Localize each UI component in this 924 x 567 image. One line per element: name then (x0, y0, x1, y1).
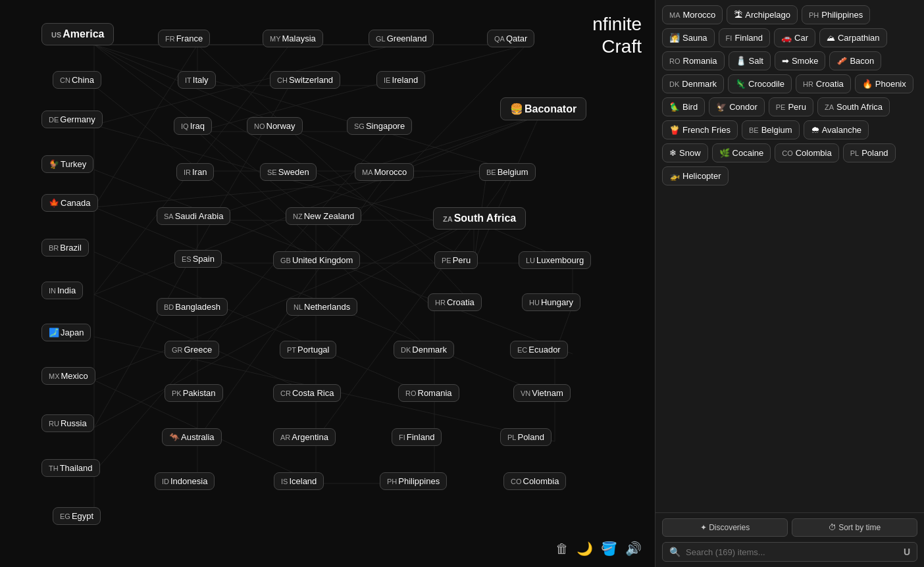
node-sa[interactable]: SASaudi Arabia (157, 207, 230, 225)
sidebar-item-0[interactable]: MAMorocco (662, 5, 723, 24)
sidebar-item-10[interactable]: 🥓Bacon (829, 51, 881, 70)
node-vn[interactable]: VNVietnam (513, 384, 571, 402)
node-ru[interactable]: RURussia (41, 414, 94, 432)
svg-line-31 (94, 45, 388, 171)
node-ph[interactable]: PHPhilippines (380, 472, 447, 490)
node-ca[interactable]: 🍁Canada (41, 194, 98, 212)
node-is[interactable]: ISIceland (274, 472, 324, 490)
toolbar: 🗑 🌙 🪣 🔊 (555, 541, 642, 556)
sidebar-item-7[interactable]: RORomania (662, 51, 725, 70)
node-co[interactable]: COColombia (503, 472, 566, 490)
node-iq[interactable]: IQIraq (174, 117, 212, 135)
sidebar-item-14[interactable]: 🔥Phoenix (855, 74, 913, 93)
search-icon: 🔍 (669, 547, 680, 557)
sidebar-item-3[interactable]: 🧖Sauna (662, 28, 715, 47)
node-in[interactable]: INIndia (41, 282, 83, 299)
sidebar-item-21[interactable]: 🌨Avalanche (804, 120, 869, 139)
sidebar-item-4[interactable]: FIFinland (719, 28, 770, 47)
delete-button[interactable]: 🗑 (555, 541, 569, 556)
sidebar-item-13[interactable]: HRCroatia (796, 74, 851, 93)
svg-line-41 (474, 115, 540, 263)
node-us[interactable]: USAmerica (41, 23, 114, 45)
sound-button[interactable]: 🔊 (625, 541, 642, 556)
sidebar-item-16[interactable]: 🦅Condor (709, 97, 765, 116)
sort-button[interactable]: ⏱ Sort by time (792, 518, 917, 537)
node-ma[interactable]: MAMorocco (355, 163, 414, 181)
node-hu[interactable]: HUHungary (522, 293, 580, 311)
node-jp[interactable]: 🗾Japan (41, 324, 91, 341)
node-es[interactable]: ESSpain (174, 250, 222, 268)
node-bd[interactable]: BDBangladesh (157, 298, 228, 316)
search-bar: 🔍 U (662, 542, 917, 562)
node-no[interactable]: NONorway (247, 117, 303, 135)
sidebar-item-17[interactable]: PEPeru (769, 97, 813, 116)
node-my[interactable]: MYMalaysia (263, 30, 323, 47)
node-gl[interactable]: GLGreenland (369, 30, 434, 47)
sidebar-items-list: MAMorocco🏝ArchipelagoPHPhilippines🧖Sauna… (655, 0, 924, 512)
sidebar-item-19[interactable]: 🍟French Fries (662, 120, 738, 139)
node-cn[interactable]: CNChina (53, 71, 101, 89)
sidebar-item-26[interactable]: 🚁Helicopter (662, 166, 729, 185)
sidebar-footer: ✦ Discoveries ⏱ Sort by time 🔍 U (655, 512, 924, 567)
brush-button[interactable]: 🪣 (601, 541, 617, 556)
sidebar-item-8[interactable]: 🧂Salt (729, 51, 771, 70)
node-dk[interactable]: DKDenmark (394, 341, 454, 358)
discoveries-button[interactable]: ✦ Discoveries (662, 518, 788, 537)
sidebar-item-22[interactable]: ❄Snow (662, 143, 708, 162)
node-hr[interactable]: HRCroatia (428, 293, 482, 311)
node-pt[interactable]: PTPortugal (280, 341, 336, 358)
node-pk[interactable]: PKPakistan (165, 384, 223, 402)
node-ar[interactable]: ARArgentina (273, 428, 336, 446)
node-pe[interactable]: PEPeru (434, 251, 478, 269)
node-tr[interactable]: 🐓Turkey (41, 155, 93, 173)
node-qa[interactable]: QAQatar (487, 30, 534, 47)
node-sg[interactable]: SGSingapore (347, 117, 412, 135)
node-mx[interactable]: MXMexico (41, 367, 95, 385)
node-ie[interactable]: IEIreland (376, 71, 425, 89)
node-za[interactable]: ZASouth Africa (433, 207, 526, 230)
sidebar-item-24[interactable]: COColombia (775, 143, 838, 162)
node-ch[interactable]: CHSwitzerland (270, 71, 340, 89)
sidebar-item-5[interactable]: 🚗Car (774, 28, 815, 47)
node-de[interactable]: DEGermany (41, 111, 103, 128)
node-au[interactable]: 🦘Australia (162, 428, 222, 446)
svg-line-77 (94, 252, 434, 398)
node-nl[interactable]: NLNetherlands (286, 298, 357, 316)
search-input[interactable] (686, 547, 898, 557)
node-fr[interactable]: FRFrance (158, 30, 210, 47)
node-eg[interactable]: EGEgypt (53, 507, 101, 525)
node-se[interactable]: SESweden (260, 163, 317, 181)
sidebar-item-1[interactable]: 🏝Archipelago (727, 5, 798, 24)
svg-line-35 (94, 45, 395, 125)
node-ir[interactable]: IRIran (176, 163, 214, 181)
sidebar-item-6[interactable]: ⛰Carpathian (819, 28, 887, 47)
sidebar-item-2[interactable]: PHPhilippines (802, 5, 870, 24)
node-pl[interactable]: PLPoland (500, 428, 552, 446)
footer-buttons: ✦ Discoveries ⏱ Sort by time (662, 518, 917, 537)
sidebar-item-11[interactable]: DKDenmark (662, 74, 724, 93)
node-it[interactable]: ITItaly (178, 71, 216, 89)
node-th[interactable]: THThailand (41, 459, 100, 477)
node-be[interactable]: BEBelgium (479, 163, 536, 181)
node-ec[interactable]: ECEcuador (510, 341, 568, 358)
node-br[interactable]: BRBrazil (41, 239, 89, 257)
sidebar-item-20[interactable]: BEBelgium (742, 120, 800, 139)
dark-mode-button[interactable]: 🌙 (577, 541, 593, 556)
sidebar-item-15[interactable]: 🦜Bird (662, 97, 705, 116)
node-id[interactable]: IDIndonesia (155, 472, 215, 490)
node-gb[interactable]: GBUnited Kingdom (273, 251, 360, 269)
sidebar: MAMorocco🏝ArchipelagoPHPhilippines🧖Sauna… (655, 0, 924, 567)
node-cr[interactable]: CRCosta Rica (273, 384, 341, 402)
node-baconator[interactable]: 🍔Baconator (500, 97, 586, 120)
node-ro[interactable]: RORomania (398, 384, 459, 402)
node-gr[interactable]: GRGreece (165, 341, 219, 358)
sidebar-item-12[interactable]: 🦎Crocodile (728, 74, 792, 93)
node-nz[interactable]: NZNew Zealand (286, 207, 361, 225)
node-fi[interactable]: FIFinland (392, 428, 442, 446)
sidebar-item-23[interactable]: 🌿Cocaine (712, 143, 771, 162)
sidebar-item-9[interactable]: ➡Smoke (775, 51, 825, 70)
sidebar-item-25[interactable]: PLPoland (843, 143, 896, 162)
sidebar-item-18[interactable]: ZASouth Africa (817, 97, 890, 116)
node-lu[interactable]: LULuxembourg (519, 251, 591, 269)
u-button[interactable]: U (904, 547, 910, 557)
